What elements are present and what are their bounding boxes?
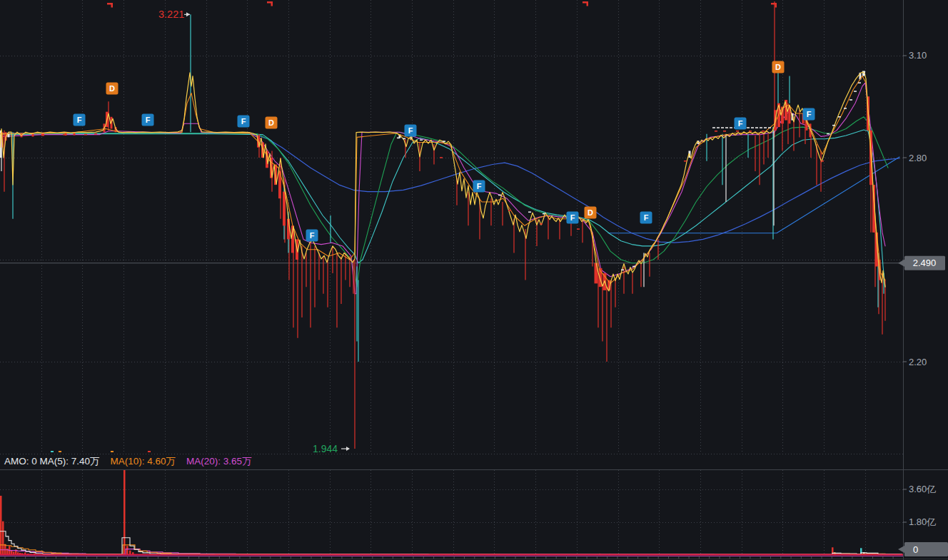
marker-f-badge[interactable]: F bbox=[306, 230, 318, 242]
amo-indicator-row: AMO: 0 MA(5): 7.40万 MA(10): 4.60万 MA(20)… bbox=[4, 454, 252, 469]
marker-f-badge[interactable]: F bbox=[640, 212, 652, 224]
marker-d-badge[interactable]: D bbox=[106, 83, 118, 95]
marker-f-badge[interactable]: F bbox=[405, 125, 417, 137]
svg-text:2.20: 2.20 bbox=[909, 357, 927, 367]
svg-text:F: F bbox=[738, 119, 743, 128]
marker-f-badge[interactable]: F bbox=[238, 116, 250, 128]
svg-text:D: D bbox=[775, 63, 781, 71]
svg-text:F: F bbox=[807, 110, 812, 118]
svg-text:1.944: 1.944 bbox=[313, 443, 338, 454]
svg-text:F: F bbox=[570, 213, 575, 222]
svg-text:F: F bbox=[146, 116, 151, 124]
amo-ma20-label: MA(20): 3.65万 bbox=[186, 455, 252, 468]
chart-svg: DDDDFFFFFFFFFF3.2211.9443.102.802.203.60… bbox=[0, 0, 948, 560]
marker-f-badge[interactable]: F bbox=[74, 114, 86, 126]
volume-zero-badge: 0 bbox=[898, 542, 948, 556]
svg-text:3.60亿: 3.60亿 bbox=[909, 484, 936, 494]
svg-text:F: F bbox=[77, 116, 82, 124]
svg-text:F: F bbox=[241, 117, 246, 126]
amo-ma10-label: MA(10): 4.60万 bbox=[111, 455, 176, 468]
svg-text:F: F bbox=[644, 213, 649, 222]
marker-d-badge[interactable]: D bbox=[266, 117, 278, 129]
marker-f-badge[interactable]: F bbox=[735, 118, 747, 130]
svg-text:3.221: 3.221 bbox=[158, 9, 184, 20]
stock-chart-app: AMO: 0 MA(5): 7.40万 MA(10): 4.60万 MA(20)… bbox=[0, 0, 948, 560]
marker-f-badge[interactable]: F bbox=[473, 180, 485, 193]
svg-text:D: D bbox=[109, 84, 115, 93]
svg-text:1.80亿: 1.80亿 bbox=[909, 516, 936, 527]
svg-text:2.490: 2.490 bbox=[913, 258, 937, 268]
svg-text:3.10: 3.10 bbox=[909, 50, 927, 61]
svg-text:F: F bbox=[408, 126, 413, 135]
svg-text:F: F bbox=[310, 231, 315, 240]
marker-d-badge[interactable]: D bbox=[772, 61, 785, 73]
svg-text:0: 0 bbox=[913, 544, 918, 555]
svg-text:F: F bbox=[477, 182, 482, 190]
marker-f-badge[interactable]: F bbox=[803, 108, 815, 121]
svg-text:2.80: 2.80 bbox=[909, 153, 927, 163]
amo-label: AMO: 0 MA(5): 7.40万 bbox=[4, 455, 100, 468]
marker-f-badge[interactable]: F bbox=[142, 114, 154, 126]
svg-text:D: D bbox=[268, 118, 274, 127]
svg-text:D: D bbox=[588, 208, 593, 217]
marker-f-badge[interactable]: F bbox=[567, 212, 579, 224]
marker-d-badge[interactable]: D bbox=[585, 207, 597, 219]
last-price-badge: 2.490 bbox=[898, 256, 945, 270]
